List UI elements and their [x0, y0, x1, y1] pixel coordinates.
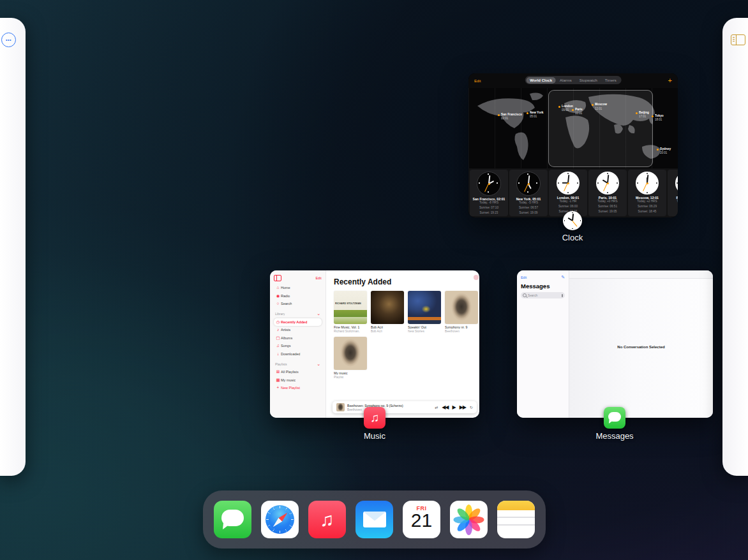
album-title: My music — [334, 371, 362, 374]
sidebar-toggle-icon — [274, 275, 281, 281]
clock-hub — [488, 183, 490, 185]
second-hand — [484, 184, 489, 192]
chat-bubble-icon — [608, 412, 621, 422]
messages-app-icon[interactable] — [604, 407, 625, 429]
map-city-marker: San Francisco 02:01 — [498, 113, 527, 121]
search-placeholder: Search — [528, 294, 537, 297]
calendar-day: 21 — [411, 512, 432, 529]
music-app-label: Music — [364, 431, 385, 441]
map-city-marker: New York 05:01 — [527, 111, 547, 119]
analog-clock — [675, 172, 678, 195]
dock-photos-icon[interactable] — [450, 501, 488, 538]
sunset-label: Sunset: 19:23 — [474, 211, 504, 215]
dock: ♫ FRI 21 — [203, 490, 546, 549]
music-app-chip[interactable]: ♫ Music — [346, 407, 403, 441]
album-cover — [334, 337, 367, 370]
more-options-button[interactable]: ••• — [1, 33, 16, 47]
chat-bubble-icon — [221, 510, 244, 526]
clock-tab: Alarms — [556, 77, 576, 84]
sunset-label: Sunset: 18:45 — [632, 210, 662, 214]
music-sidebar-item: ⊞ All Playlists — [274, 368, 322, 376]
compass-needle-icon — [271, 510, 289, 529]
messages-app-label: Messages — [595, 431, 633, 441]
city-dot-icon — [652, 115, 654, 117]
music-sidebar-item: ▦ My music — [274, 376, 322, 385]
sidebar-item-icon: + — [275, 386, 281, 390]
dock-music-icon[interactable]: ♫ — [308, 501, 346, 538]
music-app-icon[interactable]: ♫ — [364, 407, 385, 429]
clock-tab-bar: World Clock Alarms Stopwatch Timers — [525, 76, 622, 84]
album-title: Symphony nr. 9 — [445, 325, 473, 328]
clock-app-window[interactable]: Edit World Clock Alarms Stopwatch Timers… — [468, 73, 678, 217]
analog-clock — [596, 172, 619, 195]
album-subtitle: Bob Acri — [371, 330, 398, 333]
map-city-marker: Sydney 20:01 — [657, 147, 673, 156]
music-main: Recently Added RICHARD STOLTZMAN Fine Mu… — [326, 270, 479, 418]
city-dot-icon — [657, 149, 659, 151]
sidebar-item-label: Home — [281, 286, 290, 290]
city-label: Moscow 12:01 — [595, 103, 610, 111]
clock-app-chip[interactable]: Clock — [544, 211, 601, 242]
sidebar-item-label: All Playlists — [281, 370, 299, 374]
album-subtitle: Playlist — [334, 376, 361, 379]
album-cover-text: RICHARD STOLTZMAN — [335, 302, 361, 305]
next-track-icon: ▶▶ — [460, 404, 466, 410]
album-subtitle: Beethoven — [445, 330, 472, 333]
sunrise-label: Sunrise: 07:10 — [474, 206, 504, 210]
sunrise-label: Sunrise: 06:00 — [553, 205, 583, 209]
sunset-label: Sunset: — [672, 210, 678, 214]
dock-messages-icon[interactable] — [214, 501, 251, 538]
sidebar-item-label: Search — [281, 302, 292, 306]
offset-label: Today, -1 HR — [553, 200, 583, 203]
now-playing-art — [336, 403, 345, 411]
album-cover — [408, 291, 441, 324]
city-time-label: Moscow, 12:01 — [631, 196, 664, 199]
analog-clock — [516, 172, 541, 196]
map-city-marker: Moscow 12:01 — [592, 103, 610, 111]
search-icon — [523, 293, 527, 297]
dock-calendar-icon[interactable]: FRI 21 — [403, 501, 440, 538]
left-edge-app-panel[interactable]: ••• — [0, 18, 26, 476]
sunrise-label: Sunrise: — [672, 205, 678, 209]
messages-app-window[interactable]: Edit ✎ Messages Search No Conversation S… — [517, 270, 713, 418]
world-clock-card: San Francisco, 02:01 Today, -8 HRS Sunri… — [470, 170, 508, 216]
city-label: San Francisco 02:01 — [501, 113, 527, 121]
dock-notes-icon[interactable] — [497, 501, 535, 538]
sidebar-item-label: Albums — [281, 336, 292, 340]
album-cover: RICHARD STOLTZMAN — [334, 291, 367, 324]
sidebar-item-icon: ⌂ — [275, 286, 281, 290]
sidebar-item-icon: ♪ — [275, 328, 281, 332]
album-card: Symphony nr. 9 Beethoven — [445, 291, 478, 333]
dock-safari-icon[interactable] — [261, 501, 299, 538]
offset-label: Today, +0 HRS — [593, 200, 623, 203]
sidebar-toggle-icon[interactable] — [731, 34, 745, 45]
add-clock-button: + — [668, 77, 672, 84]
right-edge-app-panel[interactable] — [722, 18, 748, 476]
music-app-window[interactable]: Edit ⌂ Home ◉ Radio ○ Search — [270, 270, 479, 418]
offset-label: Today, +2 HRS — [632, 200, 662, 203]
empty-state-text: No Conversation Selected — [617, 345, 664, 349]
music-sidebar-item: ♫ Songs — [274, 342, 322, 350]
map-city-marker: Paris 10:01 — [572, 108, 585, 116]
album-title: Fine Music, Vol. 1 — [334, 325, 362, 328]
music-sidebar-item: ↓ Downloaded — [274, 350, 322, 358]
world-clock-cards: San Francisco, 02:01 Today, -8 HRS Sunri… — [468, 168, 678, 217]
world-clock-card: Beijing, 17:01 Today, +7 HRS Sunrise: Su… — [668, 170, 678, 216]
analog-clock — [557, 172, 580, 195]
city-time-label: London, 09:01 — [552, 196, 585, 199]
music-sidebar-item: Library ⌄ — [274, 310, 322, 318]
sidebar-item-label: Downloaded — [281, 352, 301, 356]
album-title: Bob Acri — [371, 325, 399, 328]
minute-hand — [572, 214, 574, 221]
city-label: New York 05:01 — [530, 111, 547, 119]
dock-mail-icon[interactable] — [355, 501, 393, 538]
clock-hub — [567, 182, 569, 184]
envelope-icon — [363, 512, 386, 527]
clock-app-icon[interactable] — [563, 211, 582, 230]
album-card: Bob Acri Bob Acri — [371, 291, 404, 333]
world-clock-card: Moscow, 12:01 Today, +2 HRS Sunrise: 06:… — [628, 170, 666, 216]
sidebar-item-label: Songs — [281, 344, 291, 348]
notes-band-icon — [497, 501, 535, 510]
messages-app-chip[interactable]: Messages — [586, 407, 643, 441]
second-hand — [524, 184, 528, 192]
